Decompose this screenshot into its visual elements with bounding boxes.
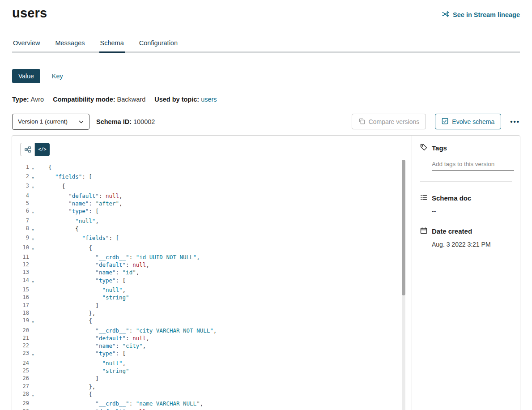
collapse-caret-icon[interactable]: ▼ [29, 163, 37, 173]
more-options-button[interactable]: ••• [510, 118, 520, 125]
line-number: 29 [16, 400, 29, 407]
line-number: 24 [16, 359, 29, 367]
used-by-topic: Used by topic:users [154, 96, 217, 103]
code-line: 17 ] [16, 302, 412, 309]
compatibility-mode: Compatibility mode:Backward [53, 96, 145, 103]
caret-spacer [29, 408, 37, 410]
collapse-caret-icon[interactable]: ▼ [29, 317, 37, 326]
caret-spacer [29, 342, 37, 350]
caret-spacer [29, 334, 37, 342]
code-text: "fields": [ [48, 234, 119, 243]
code-line: 18 }, [16, 309, 412, 317]
caret-spacer [29, 286, 37, 294]
code-text: "null", [48, 359, 126, 367]
stream-lineage-link[interactable]: See in Stream lineage [442, 11, 520, 19]
schema-panel: </> 1▼{2▼ "fields": [3▼ {4 "default": nu… [12, 135, 520, 410]
line-number: 6 [16, 207, 29, 217]
evolve-icon [442, 118, 448, 126]
code-line: 12 "default": null, [16, 261, 412, 269]
tag-icon [420, 144, 427, 152]
schema-sidebar: Tags Schema doc -- [412, 136, 520, 410]
code-text: "name": "id", [48, 269, 139, 276]
version-select-value: Version 1 (current) [18, 118, 68, 125]
code-text: { [48, 390, 92, 400]
line-number: 14 [16, 277, 29, 286]
code-text: "name": "after", [48, 200, 123, 207]
collapse-caret-icon[interactable]: ▼ [29, 244, 37, 253]
date-created-section: Date created Aug. 3 2022 3:21 PM [420, 227, 512, 248]
tab-messages[interactable]: Messages [54, 36, 85, 51]
code-scrollbar-track[interactable] [402, 160, 405, 410]
code-line: 28▼ { [16, 390, 412, 400]
code-scrollbar-thumb[interactable] [402, 160, 405, 295]
compare-versions-label: Compare versions [369, 118, 420, 125]
code-text: ] [48, 375, 99, 382]
schema-meta-row: Type:Avro Compatibility mode:Backward Us… [12, 96, 520, 103]
schema-type: Type:Avro [12, 96, 44, 103]
value-toggle-button[interactable]: Value [12, 69, 40, 83]
collapse-caret-icon[interactable]: ▼ [29, 234, 37, 243]
line-number: 23 [16, 350, 29, 359]
date-created-heading: Date created [420, 227, 512, 235]
compare-versions-button[interactable]: Compare versions [352, 114, 426, 129]
compatibility-mode-label: Compatibility mode: [53, 96, 115, 103]
line-number: 8 [16, 225, 29, 234]
compare-icon [358, 118, 365, 126]
line-number: 19 [16, 317, 29, 326]
collapse-caret-icon[interactable]: ▼ [29, 182, 37, 192]
collapse-caret-icon[interactable]: ▼ [29, 173, 37, 182]
line-number: 13 [16, 269, 29, 276]
caret-spacer [29, 253, 37, 261]
caret-spacer [29, 261, 37, 269]
key-toggle-link[interactable]: Key [52, 73, 63, 80]
code-line: 19▼ { [16, 317, 412, 326]
tab-configuration[interactable]: Configuration [138, 36, 179, 51]
version-select[interactable]: Version 1 (current) [12, 114, 89, 130]
line-number: 20 [16, 327, 29, 334]
line-number: 9 [16, 234, 29, 243]
caret-spacer [29, 217, 37, 225]
viewer-mode-toolbar: </> [20, 143, 50, 156]
tree-view-button[interactable] [20, 143, 35, 156]
code-text: "string" [48, 367, 129, 375]
code-line: 6▼ "type": [ [16, 207, 412, 217]
line-number: 18 [16, 309, 29, 317]
caret-spacer [29, 327, 37, 334]
code-line: 3▼ { [16, 182, 412, 192]
code-text: { [48, 163, 52, 173]
sidebar-divider [420, 181, 512, 182]
code-view-button[interactable]: </> [35, 143, 50, 156]
collapse-caret-icon[interactable]: ▼ [29, 225, 37, 234]
code-line: 21 "default": null, [16, 334, 412, 342]
used-by-topic-label: Used by topic: [154, 96, 199, 103]
collapse-caret-icon[interactable]: ▼ [29, 350, 37, 359]
topic-link[interactable]: users [201, 96, 217, 103]
schema-actions: Compare versions Evolve schema ••• [352, 114, 520, 129]
code-text: { [48, 225, 79, 234]
collapse-caret-icon[interactable]: ▼ [29, 390, 37, 400]
code-lines: 1▼{2▼ "fields": [3▼ {4 "default": null,5… [16, 163, 412, 410]
line-number: 28 [16, 390, 29, 400]
code-line: 13 "name": "id", [16, 269, 412, 276]
line-number: 10 [16, 244, 29, 253]
code-line: 8▼ { [16, 225, 412, 234]
page-title: users [12, 6, 47, 21]
code-line: 22 "name": "city", [16, 342, 412, 350]
line-number: 17 [16, 302, 29, 309]
collapse-caret-icon[interactable]: ▼ [29, 277, 37, 286]
code-line: 1▼{ [16, 163, 412, 173]
code-text: "name": "city", [48, 342, 146, 350]
evolve-schema-label: Evolve schema [452, 118, 494, 125]
tab-overview[interactable]: Overview [12, 36, 41, 51]
tab-schema[interactable]: Schema [99, 36, 125, 53]
schema-type-value: Avro [31, 96, 44, 103]
add-tags-input[interactable] [432, 159, 514, 171]
line-number: 15 [16, 286, 29, 294]
code-line: 27 }, [16, 383, 412, 390]
compatibility-mode-value: Backward [117, 96, 146, 103]
code-line: 9▼ "fields": [ [16, 234, 412, 243]
caret-spacer [29, 302, 37, 309]
evolve-schema-button[interactable]: Evolve schema [435, 114, 501, 129]
collapse-caret-icon[interactable]: ▼ [29, 207, 37, 217]
chevron-down-icon [79, 118, 84, 125]
